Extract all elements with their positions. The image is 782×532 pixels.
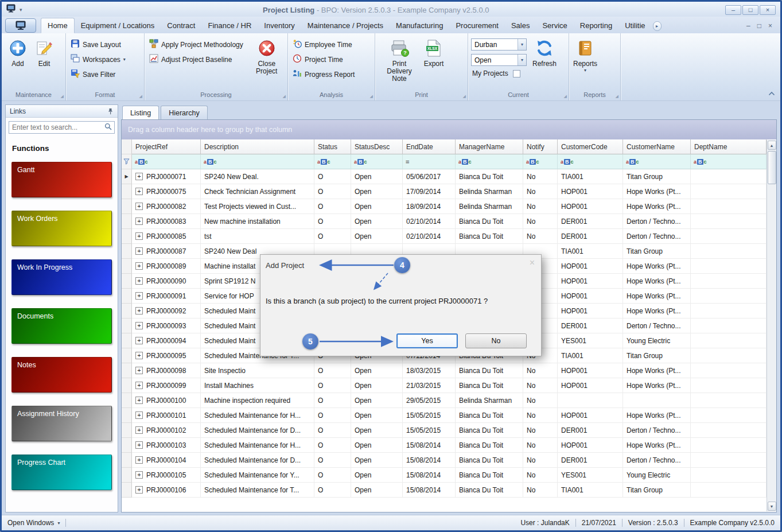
mdi-minimize-button[interactable]: – <box>746 22 750 29</box>
grid-row-PRJ0000082[interactable]: +PRJ0000082Test Projects viewed in Cust.… <box>122 199 767 214</box>
tab-scroll-right-icon[interactable]: ▸ <box>653 21 662 31</box>
processing-dialog-launcher-icon[interactable]: ◢ <box>283 94 286 99</box>
function-button-assignment-history[interactable]: Assignment History <box>11 406 112 441</box>
apply-project-methodology-button[interactable]: Apply Project Methodology <box>147 39 245 50</box>
ribbon-tab-procurement[interactable]: Procurement <box>449 18 504 33</box>
vertical-scrollbar[interactable]: ▲ ▼ <box>767 140 776 511</box>
expand-icon[interactable]: + <box>135 277 143 285</box>
analysis-dialog-launcher-icon[interactable]: ◢ <box>370 94 373 99</box>
edit-button[interactable]: Edit <box>31 36 57 68</box>
column-header-statusdesc[interactable]: StatusDesc <box>351 139 403 154</box>
function-button-documents[interactable]: Documents <box>11 308 112 344</box>
pin-icon[interactable] <box>107 108 114 115</box>
expand-icon[interactable]: + <box>135 486 143 494</box>
search-input[interactable] <box>9 123 104 131</box>
refresh-button[interactable]: Refresh <box>531 36 558 68</box>
progress-report-button[interactable]: Progress Report <box>291 69 356 80</box>
my-projects-checkbox[interactable] <box>513 70 520 77</box>
quick-access-dropdown-icon[interactable]: ▾ <box>20 7 22 13</box>
filter-cell-customername[interactable]: aBc <box>623 154 691 169</box>
expand-icon[interactable]: + <box>135 322 143 329</box>
export-button[interactable]: XLSX Export <box>421 36 447 68</box>
mdi-close-button[interactable]: × <box>768 22 772 29</box>
expand-icon[interactable]: + <box>135 218 143 225</box>
open-windows-button[interactable]: Open Windows ▾ <box>7 519 60 527</box>
expand-icon[interactable]: + <box>135 352 143 359</box>
application-menu-button[interactable] <box>5 18 36 33</box>
column-header-customercode[interactable]: CustomerCode <box>558 139 623 154</box>
function-button-progress-chart[interactable]: Progress Chart <box>11 455 112 490</box>
search-icon[interactable] <box>104 122 112 133</box>
ribbon-tab-home[interactable]: Home <box>41 18 75 33</box>
mdi-restore-button[interactable]: □ <box>757 22 761 29</box>
function-button-work-in-progress[interactable]: Work In Progress <box>11 259 112 295</box>
grid-row-PRJ0000104[interactable]: +PRJ0000104Scheduled Maintenance for D..… <box>122 453 767 468</box>
grid-row-PRJ0000103[interactable]: +PRJ0000103Scheduled Maintenance for H..… <box>122 438 767 453</box>
add-button[interactable]: Add <box>5 36 31 68</box>
employee-time-button[interactable]: Employee Time <box>291 39 354 50</box>
grid-row-PRJ0000100[interactable]: +PRJ0000100Machine inspection requiredOO… <box>122 393 767 408</box>
grid-row-PRJ0000099[interactable]: +PRJ0000099Install MachinesOOpen21/03/20… <box>122 378 767 393</box>
ribbon-tab-inventory[interactable]: Inventory <box>258 18 301 33</box>
expand-icon[interactable]: + <box>135 247 143 255</box>
ribbon-tab-equipment-locations[interactable]: Equipment / Locations <box>75 18 161 33</box>
group-by-bar[interactable]: Drag a column header here to group by th… <box>122 120 776 139</box>
tab-listing[interactable]: Listing <box>122 106 159 119</box>
print-dialog-launcher-icon[interactable]: ◢ <box>463 94 466 99</box>
expand-icon[interactable]: + <box>135 292 143 300</box>
function-button-gantt[interactable]: Gantt <box>11 162 112 197</box>
print-delivery-note-button[interactable]: ? Print Delivery Note <box>378 36 421 83</box>
expand-icon[interactable]: + <box>135 426 143 434</box>
column-header-customername[interactable]: CustomerName <box>623 139 691 154</box>
column-header-enddate[interactable]: EndDate <box>403 139 456 154</box>
ribbon-collapse-icon[interactable] <box>768 88 775 98</box>
filter-cell-statusdesc[interactable]: aBc <box>351 154 403 169</box>
ribbon-tab-reporting[interactable]: Reporting <box>574 18 618 33</box>
function-button-work-orders[interactable]: Work Orders <box>11 211 112 246</box>
grid-row-PRJ0000071[interactable]: ▶+PRJ0000071SP240 New Deal.OOpen05/06/20… <box>122 169 767 184</box>
grid-row-PRJ0000085[interactable]: +PRJ0000085tstOOpen02/10/2014Bianca Du T… <box>122 229 767 244</box>
filter-cell-projectref[interactable]: aBc <box>132 154 201 169</box>
expand-icon[interactable]: + <box>135 367 143 374</box>
ribbon-tab-service[interactable]: Service <box>536 18 573 33</box>
filter-cell-managername[interactable]: aBc <box>456 154 523 169</box>
expand-icon[interactable]: + <box>135 382 143 389</box>
expand-icon[interactable]: + <box>135 471 143 479</box>
reports-dialog-launcher-icon[interactable]: ◢ <box>616 94 618 99</box>
filter-cell-notify[interactable]: aBc <box>523 154 558 169</box>
ribbon-tab-utilitie[interactable]: Utilitie <box>618 18 651 33</box>
minimize-button[interactable]: – <box>725 5 741 15</box>
ribbon-tab-maintenance-projects[interactable]: Maintenance / Projects <box>301 18 390 33</box>
filter-cell-enddate[interactable]: = <box>403 154 456 169</box>
maintenance-dialog-launcher-icon[interactable]: ◢ <box>61 94 64 99</box>
workspaces-button[interactable]: Workspaces ▾ <box>69 54 127 65</box>
grid-row-PRJ0000102[interactable]: +PRJ0000102Scheduled Maintenance for D..… <box>122 423 767 438</box>
column-header-deptname[interactable]: DeptName <box>691 139 767 154</box>
grid-row-PRJ0000105[interactable]: +PRJ0000105Scheduled Maintenance for Y..… <box>122 468 767 483</box>
ribbon-tab-sales[interactable]: Sales <box>505 18 536 33</box>
expand-icon[interactable]: + <box>135 232 143 240</box>
filter-cell-customercode[interactable]: aBc <box>558 154 623 169</box>
grid-row-PRJ0000101[interactable]: +PRJ0000101Scheduled Maintenance for H..… <box>122 408 767 423</box>
yes-button[interactable]: Yes <box>396 333 458 348</box>
grid-row-PRJ0000075[interactable]: +PRJ0000075Check Technician AssignmentOO… <box>122 184 767 199</box>
reports-button[interactable]: Reports ▾ <box>572 36 598 73</box>
ribbon-tab-contract[interactable]: Contract <box>161 18 201 33</box>
column-header-status[interactable]: Status <box>314 139 351 154</box>
status-combobox-dropdown-icon[interactable]: ▾ <box>518 55 526 65</box>
no-button[interactable]: No <box>465 333 527 348</box>
site-combobox-dropdown-icon[interactable]: ▾ <box>518 39 526 50</box>
function-button-notes[interactable]: Notes <box>11 357 112 393</box>
project-time-button[interactable]: Project Time <box>291 54 345 65</box>
expand-icon[interactable]: + <box>135 307 143 314</box>
expand-icon[interactable]: + <box>135 337 143 344</box>
column-header-projectref[interactable]: ProjectRef <box>132 139 201 154</box>
tab-hierarchy[interactable]: Hierarchy <box>161 106 208 119</box>
expand-icon[interactable]: + <box>135 397 143 404</box>
dialog-close-icon[interactable]: × <box>530 258 535 267</box>
expand-icon[interactable]: + <box>135 456 143 464</box>
adjust-project-baseline-button[interactable]: Adjust Project Baseline <box>147 54 234 65</box>
status-combobox[interactable]: Open ▾ <box>471 54 527 66</box>
ribbon-tab-finance-hr[interactable]: Finance / HR <box>201 18 258 33</box>
close-button[interactable]: × <box>760 5 776 15</box>
